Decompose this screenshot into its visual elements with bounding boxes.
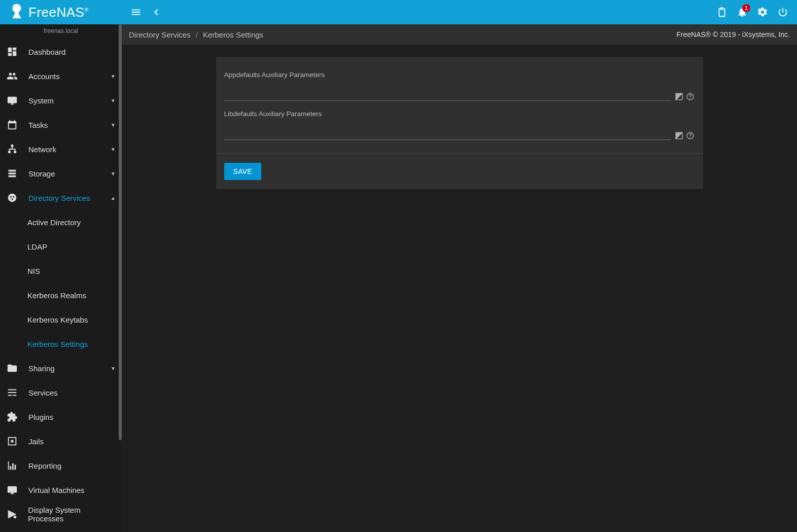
sidebar-item-label: System (28, 96, 54, 105)
sidebar-item-storage[interactable]: Storage ▼ (0, 161, 122, 186)
svg-point-0 (8, 194, 17, 202)
help-icon[interactable] (686, 131, 695, 140)
breadcrumb-root[interactable]: Directory Services (129, 30, 191, 39)
sidebar-item-plugins[interactable]: Plugins (0, 405, 122, 429)
breadcrumb-bar: Directory Services / Kerberos Settings F… (122, 24, 797, 45)
notification-badge: 1 (742, 4, 750, 12)
exposure-icon[interactable] (675, 131, 684, 140)
sidebar-item-label: Services (28, 388, 58, 397)
svg-point-10 (690, 137, 691, 138)
sidebar-sub-label: Kerberos Realms (27, 291, 86, 300)
plugins-icon (6, 411, 18, 423)
brand-name: FreeNAS® (28, 5, 88, 20)
brand-block: FreeNAS® (4, 3, 126, 22)
field-label: Libdefaults Auxiliary Parameters (224, 110, 695, 118)
sidebar-scrollbar[interactable] (119, 24, 122, 532)
copyright-label: FreeNAS® © 2019 - iXsystems, Inc. (676, 30, 790, 39)
sidebar-item-dashboard[interactable]: Dashboard (0, 40, 122, 64)
sidebar-item-label: Network (28, 145, 56, 154)
sidebar-item-label: Sharing (28, 364, 55, 373)
sidebar-scroll-thumb[interactable] (119, 24, 122, 440)
sidebar-item-display-processes[interactable]: Display System Processes (0, 502, 122, 526)
libdefaults-input[interactable] (224, 129, 671, 140)
storage-icon (6, 167, 18, 180)
sidebar-sub-kerberos-settings[interactable]: Kerberos Settings (0, 332, 122, 356)
hostname-label: freenas.local (0, 24, 122, 40)
exposure-icon[interactable] (675, 92, 684, 101)
jails-icon (6, 435, 18, 447)
breadcrumb-separator: / (196, 30, 198, 39)
svg-point-8 (690, 98, 691, 99)
save-button[interactable]: SAVE (224, 163, 262, 180)
field-appdefaults: Appdefaults Auxiliary Parameters (224, 65, 695, 104)
sidebar-item-label: Dashboard (28, 48, 65, 56)
settings-button[interactable] (752, 2, 773, 22)
processes-icon (6, 508, 18, 520)
help-icon[interactable] (686, 92, 695, 101)
back-button[interactable] (146, 2, 166, 22)
dashboard-icon (6, 46, 18, 58)
svg-point-2 (13, 196, 14, 198)
sidebar-item-network[interactable]: Network ▼ (0, 137, 122, 161)
brand-logo-icon (8, 3, 25, 22)
sidebar-sub-label: Kerberos Keytabs (27, 315, 88, 324)
svg-point-6 (13, 516, 16, 519)
sharing-icon (6, 362, 18, 374)
field-libdefaults: Libdefaults Auxiliary Parameters (224, 104, 695, 143)
sidebar-item-reporting[interactable]: Reporting (0, 453, 122, 478)
power-button[interactable] (773, 2, 793, 22)
services-icon (6, 386, 18, 399)
sidebar-sub-kerberos-realms[interactable]: Kerberos Realms (0, 283, 122, 307)
chevron-down-icon: ▼ (111, 122, 116, 128)
sidebar-sub-kerberos-keytabs[interactable]: Kerberos Keytabs (0, 307, 122, 332)
tasks-icon (6, 119, 18, 131)
svg-point-5 (11, 440, 14, 443)
chevron-down-icon: ▼ (111, 171, 116, 176)
clipboard-button[interactable] (712, 2, 732, 22)
sidebar-sub-label: LDAP (27, 242, 47, 251)
accounts-icon (6, 70, 18, 82)
virtual-machines-icon (6, 484, 18, 496)
sidebar-sub-label: NIS (27, 267, 40, 275)
sidebar: freenas.local Dashboard Accounts ▼ Syste… (0, 24, 122, 532)
svg-point-3 (12, 198, 13, 200)
system-icon (6, 94, 18, 107)
sidebar-item-services[interactable]: Services (0, 380, 122, 405)
sidebar-item-label: Reporting (28, 462, 61, 470)
chevron-down-icon: ▼ (111, 74, 116, 79)
sidebar-item-label: Storage (28, 169, 55, 178)
sidebar-item-label: Plugins (28, 413, 53, 421)
sidebar-sub-active-directory[interactable]: Active Directory (0, 210, 122, 234)
main-content: Directory Services / Kerberos Settings F… (122, 24, 797, 532)
sidebar-item-label: Accounts (28, 72, 60, 81)
menu-toggle-button[interactable] (126, 2, 146, 22)
appdefaults-input[interactable] (224, 90, 671, 101)
sidebar-item-jails[interactable]: Jails (0, 429, 122, 453)
sidebar-item-system[interactable]: System ▼ (0, 88, 122, 113)
chevron-down-icon: ▼ (111, 147, 116, 152)
notifications-button[interactable]: 1 (732, 2, 752, 22)
field-label: Appdefaults Auxiliary Parameters (224, 71, 695, 79)
settings-card: Appdefaults Auxiliary Parameters Libdefa… (216, 57, 703, 189)
sidebar-item-virtual-machines[interactable]: Virtual Machines (0, 478, 122, 502)
sidebar-item-directory-services[interactable]: Directory Services ▲ (0, 186, 122, 210)
sidebar-sub-ldap[interactable]: LDAP (0, 234, 122, 259)
sidebar-item-sharing[interactable]: Sharing ▼ (0, 356, 122, 380)
directory-services-icon (6, 192, 18, 204)
sidebar-item-label: Tasks (28, 121, 48, 129)
reporting-icon (6, 459, 18, 472)
sidebar-item-tasks[interactable]: Tasks ▼ (0, 113, 122, 137)
chevron-down-icon: ▼ (111, 98, 116, 103)
network-icon (6, 143, 18, 155)
sidebar-item-label: Jails (28, 437, 44, 446)
sidebar-item-label: Directory Services (28, 194, 90, 202)
breadcrumb-current: Kerberos Settings (203, 30, 263, 39)
chevron-down-icon: ▼ (111, 366, 116, 371)
chevron-up-icon: ▲ (111, 195, 116, 201)
sidebar-item-label: Display System Processes (28, 506, 116, 523)
sidebar-item-label: Virtual Machines (28, 486, 85, 494)
svg-point-1 (10, 196, 12, 198)
sidebar-item-accounts[interactable]: Accounts ▼ (0, 64, 122, 88)
sidebar-sub-nis[interactable]: NIS (0, 259, 122, 283)
topbar: FreeNAS® 1 (0, 0, 797, 24)
